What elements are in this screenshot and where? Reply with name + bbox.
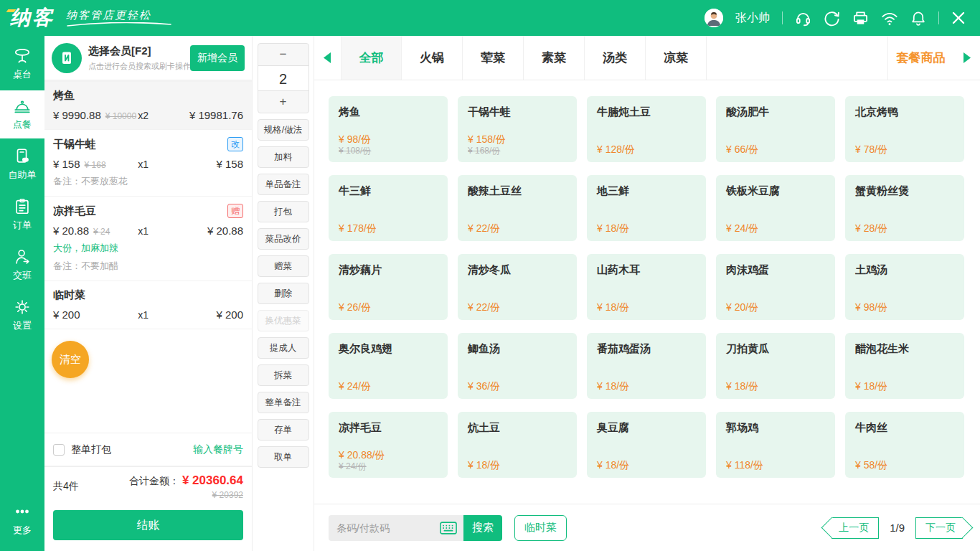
sidebar-item-self-order[interactable]: 自助单 (0, 141, 44, 189)
menu-item-card[interactable]: 肉沫鸡蛋 ¥ 20/份 (716, 254, 835, 320)
prev-page-button[interactable]: 上一页 (831, 517, 879, 539)
bell-icon[interactable] (910, 10, 926, 27)
clear-order-button[interactable]: 清空 (52, 341, 89, 378)
tab-素菜[interactable]: 素菜 (524, 36, 585, 80)
headset-icon[interactable] (795, 10, 811, 27)
quantity-plus-button[interactable]: + (258, 91, 308, 113)
action-commission-person[interactable]: 提成人 (258, 337, 309, 359)
menu-item-card[interactable]: 清炒冬瓜 ¥ 22/份 (458, 254, 577, 320)
pack-checkbox[interactable] (53, 444, 65, 456)
menu-item-card[interactable]: 清炒藕片 ¥ 26/份 (329, 254, 448, 320)
action-column: − 2 + 规格/做法 加料 单品备注 打包 菜品改价 赠菜 删除 换优惠菜 提… (253, 36, 314, 551)
menu-item-price: ¥ 118/份 (726, 459, 825, 471)
search-button[interactable]: 搜索 (463, 515, 502, 541)
temp-dish-button[interactable]: 临时菜 (514, 515, 567, 541)
order-item-price: ¥ 200 (53, 309, 80, 321)
action-hold-order[interactable]: 存单 (258, 419, 309, 441)
gear-icon (13, 298, 32, 316)
action-split-dish[interactable]: 拆菜 (258, 364, 309, 386)
printer-icon[interactable] (852, 10, 869, 27)
barcode-search-input[interactable] (336, 522, 440, 534)
menu-item-price: ¥ 18/份 (597, 459, 696, 471)
order-item-badge: 赠 (227, 204, 243, 218)
sidebar-item-ordering[interactable]: 点餐 (0, 90, 44, 138)
order-item[interactable]: 临时菜 ¥ 200 x1 ¥ 200 (44, 281, 252, 329)
action-pack[interactable]: 打包 (258, 201, 309, 222)
table-number-link[interactable]: 输入餐牌号 (193, 443, 243, 456)
menu-item-card[interactable]: 土鸡汤 ¥ 98/份 (845, 254, 964, 320)
order-item[interactable]: 干锅牛蛙 改 ¥ 158 ¥ 168 x1 ¥ 158 备注：不要放葱花 (44, 130, 252, 197)
member-bar[interactable]: 选择会员[F2] 点击进行会员搜索或刷卡操作 新增会员 (44, 36, 252, 82)
sidebar-item-shift[interactable]: 交班 (0, 241, 44, 289)
tab-scroll-left-icon[interactable] (314, 36, 341, 80)
menu-item-card[interactable]: 干锅牛蛙 ¥ 158/份 ¥ 168/份 (458, 96, 577, 162)
menu-item-card[interactable]: 牛腩炖土豆 ¥ 128/份 (587, 96, 706, 162)
action-spec-method[interactable]: 规格/做法 (258, 119, 309, 141)
action-item-note[interactable]: 单品备注 (258, 174, 309, 195)
sidebar-item-settings[interactable]: 设置 (0, 291, 44, 339)
tab-火锅[interactable]: 火锅 (402, 36, 463, 80)
avatar[interactable] (705, 9, 723, 27)
close-icon[interactable] (951, 11, 966, 25)
keyboard-icon[interactable] (440, 522, 457, 534)
order-item[interactable]: 烤鱼 ¥ 9990.88 ¥ 10000 x2 ¥ 19981.76 (44, 82, 252, 130)
menu-item-card[interactable]: 地三鲜 ¥ 18/份 (587, 175, 706, 241)
tab-汤类[interactable]: 汤类 (585, 36, 646, 80)
wifi-icon[interactable] (881, 10, 898, 27)
tab-scroll-right-icon[interactable] (953, 36, 980, 80)
sidebar-item-label: 桌台 (13, 68, 32, 81)
menu-item-card[interactable]: 酸辣土豆丝 ¥ 22/份 (458, 175, 577, 241)
order-item[interactable]: 凉拌毛豆 赠 ¥ 20.88 ¥ 24 x1 ¥ 20.88 大份，加麻加辣 备… (44, 197, 252, 281)
action-change-price[interactable]: 菜品改价 (258, 228, 309, 250)
menu-item-price: ¥ 66/份 (726, 143, 825, 156)
self-order-icon (13, 147, 32, 166)
menu-item-card[interactable]: 蟹黄粉丝煲 ¥ 28/份 (845, 175, 964, 241)
tab-凉菜[interactable]: 凉菜 (646, 36, 707, 80)
menu-item-card[interactable]: 山药木耳 ¥ 18/份 (587, 254, 706, 320)
menu-item-name: 干锅牛蛙 (468, 105, 567, 119)
order-item-note: 备注：不要放葱花 (53, 175, 243, 188)
menu-item-card[interactable]: 牛肉丝 ¥ 58/份 (845, 412, 964, 478)
tab-全部[interactable]: 全部 (341, 36, 402, 80)
menu-item-card[interactable]: 炕土豆 ¥ 18/份 (458, 412, 577, 478)
action-retrieve-order[interactable]: 取单 (258, 446, 309, 468)
menu-item-card[interactable]: 郭场鸡 ¥ 118/份 (716, 412, 835, 478)
menu-item-name: 刀拍黄瓜 (726, 342, 825, 356)
sidebar-item-tables[interactable]: 桌台 (0, 40, 44, 88)
total-amount: ¥ 20360.64 (182, 474, 243, 488)
menu-item-card[interactable]: 奥尔良鸡翅 ¥ 24/份 (329, 333, 448, 399)
action-delete[interactable]: 删除 (258, 283, 309, 304)
next-page-button[interactable]: 下一页 (915, 517, 963, 539)
menu-item-card[interactable]: 番茄鸡蛋汤 ¥ 18/份 (587, 333, 706, 399)
tab-荤菜[interactable]: 荤菜 (463, 36, 524, 80)
menu-item-card[interactable]: 北京烤鸭 ¥ 78/份 (845, 96, 964, 162)
menu-item-card[interactable]: 牛三鲜 ¥ 178/份 (329, 175, 448, 241)
sync-icon[interactable] (824, 10, 840, 27)
menu-item-card[interactable]: 烤鱼 ¥ 98/份 ¥ 108/份 (329, 96, 448, 162)
menu-item-name: 山药木耳 (597, 263, 696, 277)
menu-item-price: ¥ 98/份 (339, 133, 438, 146)
quantity-minus-button[interactable]: − (258, 44, 308, 65)
tab-combo-products[interactable]: 套餐商品 (887, 36, 953, 80)
menu-item-original-price: ¥ 24/份 (339, 461, 438, 471)
sidebar-item-more[interactable]: 更多 (0, 496, 44, 544)
menu-item-price: ¥ 22/份 (468, 301, 567, 314)
action-gift-dish[interactable]: 赠菜 (258, 255, 309, 277)
menu-item-card[interactable]: 鲫鱼汤 ¥ 36/份 (458, 333, 577, 399)
menu-item-card[interactable]: 凉拌毛豆 ¥ 20.88/份 ¥ 24/份 (329, 412, 448, 478)
add-member-button[interactable]: 新增会员 (190, 45, 245, 71)
menu-item-name: 番茄鸡蛋汤 (597, 342, 696, 356)
menu-item-name: 酸汤肥牛 (726, 105, 825, 119)
menu-item-name: 醋泡花生米 (855, 342, 954, 356)
menu-item-card[interactable]: 刀拍黄瓜 ¥ 18/份 (716, 333, 835, 399)
menu-item-card[interactable]: 铁板米豆腐 ¥ 24/份 (716, 175, 835, 241)
action-add-ingredient[interactable]: 加料 (258, 146, 309, 168)
menu-item-card[interactable]: 醋泡花生米 ¥ 18/份 (845, 333, 964, 399)
menu-item-price: ¥ 78/份 (855, 143, 954, 156)
sidebar-item-orders[interactable]: 订单 (0, 191, 44, 239)
checkout-button[interactable]: 结账 (53, 510, 243, 540)
menu-item-card[interactable]: 酸汤肥牛 ¥ 66/份 (716, 96, 835, 162)
action-order-note[interactable]: 整单备注 (258, 392, 309, 413)
menu-item-card[interactable]: 臭豆腐 ¥ 18/份 (587, 412, 706, 478)
username[interactable]: 张小帅 (735, 11, 770, 26)
